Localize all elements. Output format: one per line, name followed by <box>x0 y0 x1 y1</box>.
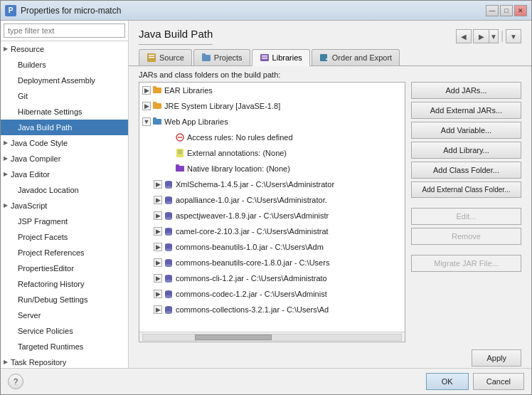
expand-icon[interactable]: ▶ <box>154 211 162 220</box>
add-external-class-folder-button[interactable]: Add External Class Folder... <box>411 181 521 198</box>
cancel-button[interactable]: Cancel <box>473 373 524 390</box>
build-path-content: JARs and class folders on the build path… <box>129 66 531 347</box>
jar-label: XmlSchema-1.4.5.jar - C:\Users\Administr… <box>176 178 334 191</box>
list-item[interactable]: ▶ JRE System Library [JavaSE-1.8] <box>139 98 405 114</box>
svg-point-44 <box>165 280 172 283</box>
sidebar-item-server[interactable]: Server <box>1 307 128 323</box>
panel-title: Java Build Path <box>139 28 213 45</box>
titlebar: P Properties for micro-match — □ ✕ <box>1 1 531 21</box>
sidebar-item-run-debug[interactable]: Run/Debug Settings <box>1 292 128 307</box>
tab-order-export[interactable]: Order and Export <box>312 49 400 65</box>
expand-icon[interactable]: ▶ <box>154 227 162 236</box>
sidebar-item-javascript[interactable]: ▶ JavaScript <box>1 198 128 214</box>
tab-source[interactable]: Source <box>139 49 192 65</box>
external-annotations-label: External annotations: (None) <box>187 147 287 159</box>
sidebar-item-label: Targeted Runtimes <box>18 342 83 351</box>
hscroll-thumb[interactable] <box>195 335 272 340</box>
tab-libraries[interactable]: Libraries <box>252 49 310 66</box>
expand-icon[interactable]: ▼ <box>142 117 151 126</box>
list-item[interactable]: ▶ commons-collections-3.2.1.jar - C:\Use… <box>139 302 405 317</box>
sidebar-item-java-code-style[interactable]: ▶ Java Code Style <box>1 135 128 151</box>
add-library-button[interactable]: Add Library... <box>411 142 521 159</box>
edit-button[interactable]: Edit... <box>411 208 521 225</box>
sidebar-item-project-references[interactable]: Project References <box>1 245 128 260</box>
sidebar-item-project-facets[interactable]: Project Facets <box>1 229 128 245</box>
expand-icon[interactable]: ▶ <box>154 305 162 314</box>
expand-icon[interactable]: ▶ <box>154 290 162 298</box>
maximize-button[interactable]: □ <box>500 5 513 16</box>
add-jars-button[interactable]: Add JARs... <box>411 82 521 99</box>
expand-icon[interactable]: ▶ <box>142 86 151 95</box>
list-item[interactable]: Native library location: (None) <box>139 161 405 177</box>
order-export-tab-icon <box>319 53 329 63</box>
action-buttons: Add JARs... Add External JARs... Add Var… <box>411 82 521 342</box>
expand-icon[interactable]: ▶ <box>154 243 162 251</box>
svg-point-35 <box>165 233 172 236</box>
svg-rect-16 <box>153 117 156 120</box>
sidebar-item-javadoc[interactable]: Javadoc Location <box>1 182 128 198</box>
sidebar-item-task-repository[interactable]: ▶ Task Repository <box>1 354 128 368</box>
expand-icon[interactable]: ▶ <box>142 102 151 110</box>
sidebar-item-refactoring[interactable]: Refactoring History <box>1 276 128 292</box>
jar-label: commons-cli-1.2.jar - C:\Users\Administr… <box>176 272 327 285</box>
titlebar-left: P Properties for micro-match <box>5 5 121 16</box>
action-spacer-1 <box>411 201 521 205</box>
remove-button[interactable]: Remove <box>411 228 521 245</box>
bottom-right: OK Cancel <box>426 373 524 390</box>
resource-arrow: ▶ <box>4 43 8 55</box>
sidebar-item-java-build-path[interactable]: Java Build Path <box>1 120 128 135</box>
jar-label: aspectjweaver-1.8.9.jar - C:\Users\Admin… <box>176 209 329 222</box>
list-item[interactable]: ▶ commons-cli-1.2.jar - C:\Users\Adminis… <box>139 270 405 286</box>
nav-dropdown-button[interactable]: ▼ <box>489 29 499 43</box>
list-item[interactable]: ▶ commons-codec-1.2.jar - C:\Users\Admin… <box>139 286 405 302</box>
jre-library-label: JRE System Library [JavaSE-1.8] <box>164 100 280 112</box>
sidebar-item-git[interactable]: Git <box>1 88 128 104</box>
hscroll-track[interactable] <box>142 334 402 341</box>
list-item[interactable]: External annotations: (None) <box>139 145 405 161</box>
apply-button[interactable]: Apply <box>472 349 521 367</box>
minimize-button[interactable]: — <box>486 5 499 16</box>
list-item[interactable]: ▶ EAR Libraries <box>139 83 405 98</box>
sidebar-item-label: PropertiesEditor <box>18 264 74 273</box>
sidebar-item-java-editor[interactable]: ▶ Java Editor <box>1 167 128 182</box>
close-button[interactable]: ✕ <box>514 5 527 16</box>
ok-button[interactable]: OK <box>426 373 469 390</box>
action-spacer-2 <box>411 248 521 252</box>
sidebar-item-service-policies[interactable]: Service Policies <box>1 323 128 339</box>
tab-projects[interactable]: Projects <box>193 49 250 65</box>
jar-icon <box>164 179 174 189</box>
nav-menu-button[interactable]: ▼ <box>506 29 521 43</box>
jar-label: commons-codec-1.2.jar - C:\Users\Adminis… <box>176 288 327 300</box>
list-item[interactable]: ▶ camel-core-2.10.3.jar - C:\Users\Admin… <box>139 223 405 239</box>
sidebar-item-hibernate[interactable]: Hibernate Settings <box>1 104 128 120</box>
sidebar-item-resource[interactable]: ▶ Resource <box>1 41 128 57</box>
sidebar-item-deployment-assembly[interactable]: Deployment Assembly <box>1 73 128 88</box>
expand-icon[interactable]: ▶ <box>154 274 162 283</box>
list-item[interactable]: ▶ aspectjweaver-1.8.9.jar - C:\Users\Adm… <box>139 208 405 223</box>
sidebar-item-targeted-runtimes[interactable]: Targeted Runtimes <box>1 339 128 354</box>
filter-input[interactable] <box>4 23 125 38</box>
expand-icon[interactable]: ▶ <box>154 258 162 267</box>
migrate-jar-button[interactable]: Migrate JAR File... <box>411 255 521 272</box>
list-item[interactable]: ▶ aopalliance-1.0.jar - C:\Users\Adminis… <box>139 192 405 208</box>
expand-icon[interactable]: ▶ <box>154 196 162 204</box>
expand-icon[interactable]: ▶ <box>154 180 162 189</box>
sidebar-item-java-compiler[interactable]: ▶ Java Compiler <box>1 151 128 167</box>
list-item[interactable]: ▶ XmlSchema-1.4.5.jar - C:\Users\Adminis… <box>139 177 405 192</box>
forward-button[interactable]: ▶ <box>473 29 489 43</box>
help-button[interactable]: ? <box>8 374 23 389</box>
add-class-folder-button[interactable]: Add Class Folder... <box>411 162 521 179</box>
sidebar-item-properties-editor[interactable]: PropertiesEditor <box>1 260 128 276</box>
list-item[interactable]: Access rules: No rules defined <box>139 130 405 145</box>
add-variable-button[interactable]: Add Variable... <box>411 122 521 139</box>
jar-hscroll[interactable] <box>139 332 405 342</box>
back-button[interactable]: ◀ <box>456 29 472 43</box>
add-external-jars-button[interactable]: Add External JARs... <box>411 102 521 119</box>
list-item[interactable]: ▼ Web App Libraries <box>139 114 405 130</box>
svg-point-41 <box>165 264 172 267</box>
sidebar-item-builders[interactable]: Builders <box>1 57 128 73</box>
list-item[interactable]: ▶ commons-beanutils-core-1.8.0.jar - C:\… <box>139 255 405 270</box>
sidebar-item-label: Deployment Assembly <box>18 76 95 85</box>
list-item[interactable]: ▶ commons-beanutils-1.0.jar - C:\Users\A… <box>139 239 405 255</box>
sidebar-item-jsp-fragment[interactable]: JSP Fragment <box>1 214 128 229</box>
